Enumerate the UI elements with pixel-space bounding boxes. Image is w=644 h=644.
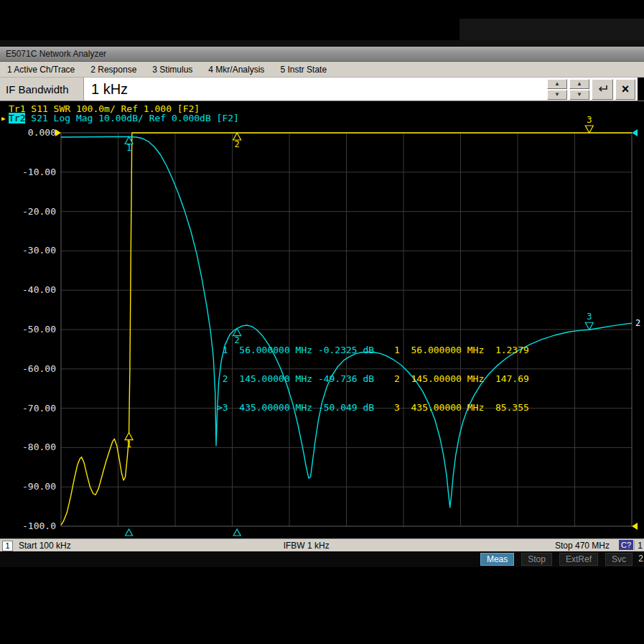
sweep-stop-label: Stop 470 MHz <box>555 541 610 551</box>
fine-spin-up-button[interactable]: ▲ <box>569 79 589 89</box>
entry-bar-end <box>638 78 644 101</box>
y-axis-label: -10.00 <box>11 167 56 177</box>
trace2-end-number: 2 <box>635 318 640 328</box>
marker-2-stimulus-tick <box>233 529 241 536</box>
y-axis-label: -60.00 <box>11 363 56 374</box>
y-axis-label: -70.00 <box>11 403 56 414</box>
entry-close-button[interactable]: × <box>615 79 635 100</box>
y-axis-label: -40.00 <box>11 284 56 295</box>
marker-1-number: 1 <box>126 439 131 449</box>
meas-indicator: Meas <box>480 553 514 566</box>
window-title: E5071C Network Analyzer <box>6 49 106 59</box>
coarse-spin-down-button[interactable]: ▼ <box>547 90 567 100</box>
marker-readout-line: 1 56.000000 MHz 1.2379 <box>394 345 529 355</box>
marker-3-triangle[interactable] <box>585 322 593 330</box>
marker-3-number: 3 <box>587 115 592 125</box>
trace1-level-arrow-right <box>632 523 638 530</box>
y-axis-label: -80.00 <box>11 442 56 452</box>
marker-readout-line: 2 145.00000 MHz -49.736 dB <box>217 374 374 383</box>
plot-area[interactable]: 1122332 <box>0 101 644 538</box>
marker-2-number: 2 <box>235 139 240 149</box>
trace2-status-line[interactable]: ▶Tr2 S21 Log Mag 10.00dB/ Ref 0.000dB [F… <box>1 113 239 123</box>
y-axis-label: -90.00 <box>11 481 56 492</box>
service-indicator: Svc <box>605 553 633 566</box>
marker-table-tr2: 1 56.000000 MHz -0.2325 dB 2 145.00000 M… <box>217 326 374 431</box>
fine-spin-down-button[interactable]: ▼ <box>569 90 589 100</box>
sweep-stop-indicator: Stop <box>521 553 552 566</box>
menu-stimulus[interactable]: 3 Stimulus <box>152 63 200 76</box>
y-axis-label: -20.00 <box>11 206 56 217</box>
y-axis-label: -30.00 <box>11 245 56 256</box>
entry-controls: ▲ ▼ ▲ ▼ × <box>547 78 638 101</box>
background-strip <box>0 40 644 47</box>
background-window-block <box>459 19 644 40</box>
marker-3-number: 3 <box>587 312 592 322</box>
menu-instr-state[interactable]: 5 Instr State <box>280 63 335 76</box>
status-bar-edge-number: 1 <box>634 541 643 551</box>
menu-response[interactable]: 2 Response <box>90 63 144 76</box>
extref-indicator: ExtRef <box>559 553 598 566</box>
coarse-spin-up-button[interactable]: ▲ <box>547 79 567 89</box>
trace1-ref-arrow-left <box>55 129 61 136</box>
sweep-start-label: Start 100 kHz <box>19 541 71 551</box>
enter-button[interactable] <box>592 79 613 100</box>
entry-bar: IF Bandwidth 1 kHz ▲ ▼ ▲ ▼ × <box>0 78 644 101</box>
marker-1-number: 1 <box>126 143 131 153</box>
marker-3-triangle[interactable] <box>585 126 593 133</box>
entry-value-input[interactable]: 1 kHz <box>84 78 547 101</box>
menu-active-ch-trace[interactable]: 1 Active Ch/Trace <box>7 63 83 76</box>
y-axis-label: 0.000 <box>11 127 56 138</box>
ifbw-indicator: IFBW 1 kHz <box>284 541 330 551</box>
y-axis-label: -50.00 <box>11 324 56 335</box>
cal-status-badge: C? <box>619 540 633 550</box>
trace2-info: S21 Log Mag 10.00dB/ Ref 0.000dB [F2] <box>25 113 238 123</box>
marker-table-tr1: 1 56.000000 MHz 1.2379 2 145.00000 MHz 1… <box>394 326 529 431</box>
desktop: E5071C Network Analyzer 1 Active Ch/Trac… <box>0 0 644 644</box>
marker-readout-line: 2 145.00000 MHz 147.69 <box>394 374 529 383</box>
active-trace-arrow-icon: ▶ <box>1 115 9 122</box>
trace2-tag[interactable]: Tr2 <box>9 113 25 123</box>
marker-readout-line: >3 435.00000 MHz -50.049 dB <box>217 403 374 412</box>
marker-readout-line: 3 435.00000 MHz 85.355 <box>394 403 529 412</box>
instrument-status-bar: Meas Stop ExtRef Svc 2 <box>0 551 644 567</box>
analyzer-screen: 1122332 Tr1 S11 SWR 100.0m/ Ref 1.000 [F… <box>0 101 644 538</box>
instrument-bar-edge-number: 2 <box>638 554 643 564</box>
y-axis-label: -100.0 <box>11 521 56 531</box>
status-bar: 1 Start 100 kHz IFBW 1 kHz Stop 470 MHz … <box>0 538 644 551</box>
menu-bar: 1 Active Ch/Trace 2 Response 3 Stimulus … <box>0 62 644 78</box>
channel-indicator[interactable]: 1 <box>2 541 13 551</box>
enter-icon <box>597 84 608 94</box>
menu-mkr-analysis[interactable]: 4 Mkr/Analysis <box>208 63 272 76</box>
trace2-ref-arrow-right <box>632 129 638 136</box>
marker-readout-line: 1 56.000000 MHz -0.2325 dB <box>217 345 374 355</box>
marker-1-stimulus-tick <box>126 529 133 536</box>
entry-field-label: IF Bandwidth <box>0 78 84 101</box>
window-titlebar[interactable]: E5071C Network Analyzer <box>0 47 644 62</box>
